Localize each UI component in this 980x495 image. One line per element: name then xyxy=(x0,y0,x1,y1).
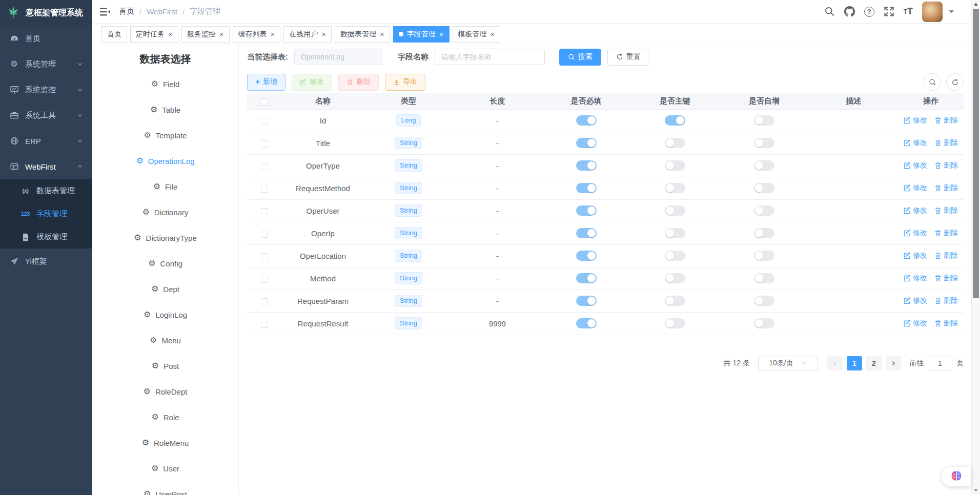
row-checkbox[interactable] xyxy=(261,253,268,260)
row-checkbox[interactable] xyxy=(261,321,268,328)
export-button[interactable]: 导出 xyxy=(385,74,425,91)
next-page-button[interactable] xyxy=(886,356,901,370)
tab-online-users[interactable]: 在线用户× xyxy=(283,26,332,43)
close-icon[interactable]: × xyxy=(380,30,384,38)
primary-key-toggle[interactable] xyxy=(665,160,685,171)
sidebar-item-system-tools[interactable]: 系统工具 xyxy=(0,102,92,128)
help-icon[interactable]: ? xyxy=(864,7,874,17)
primary-key-toggle[interactable] xyxy=(665,228,685,238)
edit-row-button[interactable]: 修改 xyxy=(904,229,927,238)
table-option[interactable]: ⚙Menu xyxy=(92,327,238,353)
tab-home[interactable]: 首页 xyxy=(101,26,127,43)
close-icon[interactable]: × xyxy=(439,30,444,38)
table-option[interactable]: ⚙Field xyxy=(92,71,238,97)
table-option[interactable]: ⚙User xyxy=(92,456,238,481)
table-option[interactable]: ⚙RoleDept xyxy=(92,379,238,404)
add-button[interactable]: +新增 xyxy=(247,74,285,91)
scroll-up-arrow-icon[interactable] xyxy=(974,3,978,6)
required-toggle[interactable] xyxy=(576,251,597,261)
delete-row-button[interactable]: 删除 xyxy=(934,296,958,305)
close-icon[interactable]: × xyxy=(321,30,326,38)
required-toggle[interactable] xyxy=(576,228,597,238)
row-checkbox[interactable] xyxy=(261,118,268,125)
edit-row-button[interactable]: 修改 xyxy=(904,206,927,215)
row-checkbox[interactable] xyxy=(261,276,268,283)
primary-key-toggle[interactable] xyxy=(665,318,685,328)
fullscreen-icon[interactable] xyxy=(884,6,894,17)
row-checkbox[interactable] xyxy=(261,231,268,238)
page-button-1[interactable]: 1 xyxy=(847,356,862,370)
table-option[interactable]: ⚙RoleMenu xyxy=(92,430,238,456)
auto-increment-toggle[interactable] xyxy=(754,251,774,261)
table-option[interactable]: ⚙File xyxy=(92,174,238,199)
font-size-icon[interactable]: TT xyxy=(904,6,913,17)
delete-row-button[interactable]: 删除 xyxy=(934,274,958,283)
edit-button[interactable]: 修改 xyxy=(292,74,332,91)
scrollbar-thumb[interactable] xyxy=(973,9,979,298)
search-icon[interactable] xyxy=(824,6,835,17)
current-table-input[interactable] xyxy=(294,49,382,65)
sidebar-item-template-management[interactable]: 模板管理 xyxy=(0,225,92,249)
tab-cache-list[interactable]: 缓存列表× xyxy=(233,26,281,43)
required-toggle[interactable] xyxy=(576,183,597,193)
sidebar-item-home[interactable]: 首页 xyxy=(0,26,92,51)
app-logo[interactable]: 意框架管理系统 xyxy=(0,0,92,26)
window-scrollbar[interactable] xyxy=(971,0,980,495)
primary-key-toggle[interactable] xyxy=(665,138,685,148)
required-toggle[interactable] xyxy=(576,115,597,126)
table-option[interactable]: ⚙Template xyxy=(92,122,238,148)
required-toggle[interactable] xyxy=(576,160,597,171)
required-toggle[interactable] xyxy=(576,318,597,328)
edit-row-button[interactable]: 修改 xyxy=(904,296,927,305)
tab-service-monitor[interactable]: 服务监控× xyxy=(181,26,230,43)
primary-key-toggle[interactable] xyxy=(665,296,685,306)
table-option[interactable]: ⚙Config xyxy=(92,251,238,276)
tab-field-management[interactable]: 字段管理× xyxy=(393,26,450,43)
row-checkbox[interactable] xyxy=(261,208,268,215)
primary-key-toggle[interactable] xyxy=(665,183,685,193)
scroll-down-arrow-icon[interactable] xyxy=(974,489,978,492)
page-button-2[interactable]: 2 xyxy=(866,356,882,370)
edit-row-button[interactable]: 修改 xyxy=(904,161,927,170)
auto-increment-toggle[interactable] xyxy=(754,205,774,216)
close-icon[interactable]: × xyxy=(491,30,495,38)
refresh-table-button[interactable] xyxy=(946,73,964,91)
sidebar-item-system-monitor[interactable]: 系统监控 xyxy=(0,77,92,102)
table-option[interactable]: ⚙Post xyxy=(92,353,238,379)
required-toggle[interactable] xyxy=(576,205,597,216)
tab-datatable-management[interactable]: 数据表管理× xyxy=(335,26,390,43)
close-icon[interactable]: × xyxy=(219,30,224,38)
required-toggle[interactable] xyxy=(576,138,597,148)
hamburger-icon[interactable] xyxy=(99,6,111,17)
auto-increment-toggle[interactable] xyxy=(754,138,774,148)
search-button[interactable]: 搜索 xyxy=(559,49,601,66)
auto-increment-toggle[interactable] xyxy=(754,160,774,171)
auto-increment-toggle[interactable] xyxy=(754,228,774,238)
delete-button[interactable]: 删除 xyxy=(338,74,379,91)
delete-row-button[interactable]: 删除 xyxy=(934,116,958,125)
delete-row-button[interactable]: 删除 xyxy=(934,229,958,238)
prev-page-button[interactable] xyxy=(827,356,843,370)
show-search-button[interactable] xyxy=(924,73,941,91)
sidebar-item-yi-framework[interactable]: Yi框架 xyxy=(0,249,92,274)
required-toggle[interactable] xyxy=(576,273,597,283)
edit-row-button[interactable]: 修改 xyxy=(904,274,927,283)
table-option[interactable]: ⚙UserPost xyxy=(92,481,238,495)
auto-increment-toggle[interactable] xyxy=(754,273,774,283)
avatar[interactable] xyxy=(922,2,943,22)
row-checkbox[interactable] xyxy=(261,140,268,148)
field-name-input[interactable] xyxy=(435,49,545,65)
table-option[interactable]: ⚙Dept xyxy=(92,276,238,302)
table-option[interactable]: ⚙LoginLog xyxy=(92,302,238,327)
avatar-dropdown-caret-icon[interactable] xyxy=(949,10,954,13)
table-option[interactable]: ⚙Role xyxy=(92,404,238,430)
edit-row-button[interactable]: 修改 xyxy=(904,138,927,148)
row-checkbox[interactable] xyxy=(261,298,268,305)
table-option-selected[interactable]: ⚙OperationLog xyxy=(92,148,238,174)
sidebar-item-erp[interactable]: ERP xyxy=(0,128,92,154)
auto-increment-toggle[interactable] xyxy=(754,115,774,126)
page-size-select[interactable]: 10条/页 xyxy=(758,356,818,371)
required-toggle[interactable] xyxy=(576,296,597,306)
github-icon[interactable] xyxy=(844,6,855,17)
reset-button[interactable]: 重置 xyxy=(607,49,649,66)
